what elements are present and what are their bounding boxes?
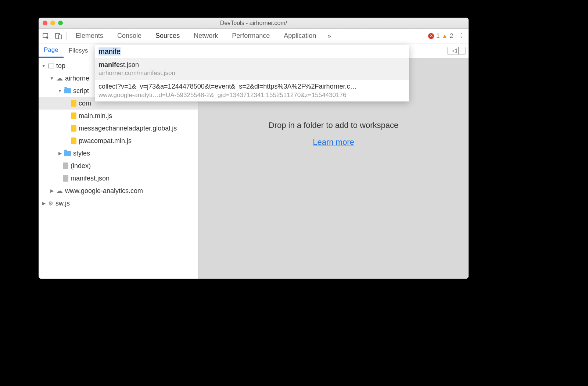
warning-icon: ▲ bbox=[442, 33, 448, 39]
tab-application[interactable]: Application bbox=[279, 29, 321, 43]
error-warning-badges[interactable]: ✕ 1 ▲ 2 bbox=[428, 33, 453, 39]
device-toggle-icon[interactable] bbox=[54, 32, 63, 40]
cloud-icon: ☁ bbox=[56, 74, 63, 82]
tree-label: messagechanneladapter.global.js bbox=[79, 125, 177, 132]
tree-label: airhorne bbox=[65, 75, 89, 82]
main-toolbar: Elements Console Sources Network Perform… bbox=[39, 29, 469, 43]
inspect-element-icon[interactable] bbox=[42, 32, 50, 40]
tree-file-manifest[interactable]: manifest.json bbox=[39, 172, 198, 185]
svg-rect-2 bbox=[58, 35, 61, 39]
tree-folder-styles[interactable]: ▶ styles bbox=[39, 147, 198, 160]
divider bbox=[67, 32, 67, 40]
tab-elements[interactable]: Elements bbox=[71, 29, 108, 43]
file-search-omnibox: manife manifest.json airhorner.com/manif… bbox=[95, 45, 409, 101]
tree-label: manifest.json bbox=[71, 175, 110, 182]
tree-file[interactable]: messagechanneladapter.global.js bbox=[39, 122, 198, 135]
js-file-icon bbox=[71, 112, 76, 119]
tree-file[interactable]: pwacompat.min.js bbox=[39, 135, 198, 147]
expand-arrow-icon: ▼ bbox=[42, 63, 46, 68]
expand-arrow-icon: ▶ bbox=[42, 201, 46, 206]
result-subtitle: airhorner.com/manifest.json bbox=[98, 69, 405, 78]
more-tabs-chevron-icon[interactable]: » bbox=[325, 32, 334, 40]
tab-performance[interactable]: Performance bbox=[227, 29, 275, 43]
kebab-menu-icon[interactable]: ⋮ bbox=[457, 32, 466, 40]
subtab-filesystem[interactable]: Filesys bbox=[64, 43, 93, 58]
close-window-button[interactable] bbox=[43, 21, 47, 25]
expand-arrow-icon: ▼ bbox=[50, 76, 54, 81]
tab-sources[interactable]: Sources bbox=[150, 29, 185, 43]
tree-label: styles bbox=[73, 150, 90, 157]
warning-count: 2 bbox=[450, 33, 453, 39]
tree-label: main.min.js bbox=[79, 112, 112, 120]
omnibox-result[interactable]: collect?v=1&_v=j73&a=1244478500&t=event&… bbox=[95, 80, 409, 101]
js-file-icon bbox=[71, 125, 76, 132]
tree-label: top bbox=[56, 62, 65, 70]
expand-arrow-icon: ▶ bbox=[58, 151, 62, 156]
collapse-panel-icon[interactable]: ◁│ bbox=[447, 47, 466, 55]
tree-file-index[interactable]: (index) bbox=[39, 160, 198, 172]
error-icon: ✕ bbox=[428, 33, 434, 39]
minimize-window-button[interactable] bbox=[50, 21, 55, 25]
devtools-window: DevTools - airhorner.com/ Elements Conso… bbox=[39, 18, 469, 279]
cloud-icon: ☁ bbox=[56, 187, 63, 195]
result-match-rest: st.json bbox=[120, 61, 139, 68]
drop-hint-text: Drop in a folder to add to workspace bbox=[269, 121, 398, 130]
result-match-bold: manife bbox=[98, 61, 120, 68]
traffic-lights bbox=[43, 21, 63, 25]
expand-arrow-icon: ▶ bbox=[50, 188, 54, 193]
js-file-icon bbox=[71, 100, 76, 107]
tab-console[interactable]: Console bbox=[112, 29, 147, 43]
tree-service-worker[interactable]: ▶ ⚙ sw.js bbox=[39, 197, 198, 210]
learn-more-link[interactable]: Learn more bbox=[313, 137, 354, 147]
maximize-window-button[interactable] bbox=[58, 21, 63, 25]
window-title: DevTools - airhorner.com/ bbox=[220, 20, 287, 26]
tree-label: com bbox=[79, 100, 91, 107]
expand-arrow-icon: ▼ bbox=[58, 88, 62, 93]
omnibox-query-text: manife bbox=[98, 47, 121, 56]
folder-icon bbox=[64, 151, 71, 156]
tree-label: pwacompat.min.js bbox=[79, 137, 132, 145]
tree-label: sw.js bbox=[55, 200, 70, 207]
tab-network[interactable]: Network bbox=[189, 29, 223, 43]
tree-label: www.google-analytics.com bbox=[65, 187, 143, 195]
tree-label: (index) bbox=[71, 162, 91, 170]
js-file-icon bbox=[71, 137, 76, 144]
sources-subtoolbar: Page Filesys manife manifest.json airhor… bbox=[39, 43, 469, 58]
subtab-page[interactable]: Page bbox=[39, 43, 64, 58]
tree-file[interactable]: main.min.js bbox=[39, 110, 198, 122]
error-count: 1 bbox=[436, 33, 440, 39]
document-file-icon bbox=[63, 162, 68, 169]
omnibox-result[interactable]: manifest.json airhorner.com/manifest.jso… bbox=[95, 58, 409, 80]
result-title: collect?v=1&_v=j73&a=1244478500&t=event&… bbox=[98, 82, 405, 91]
gear-icon: ⚙ bbox=[48, 200, 53, 207]
titlebar: DevTools - airhorner.com/ bbox=[39, 18, 469, 29]
result-subtitle: www.google-analyti…d=UA-59325548-2&_gid=… bbox=[98, 91, 405, 100]
document-file-icon bbox=[63, 175, 68, 182]
frame-icon bbox=[48, 64, 54, 68]
omnibox-input[interactable]: manife bbox=[95, 45, 409, 58]
tree-label: script bbox=[73, 87, 89, 95]
tree-domain-ga[interactable]: ▶ ☁ www.google-analytics.com bbox=[39, 185, 198, 197]
folder-icon bbox=[64, 88, 71, 93]
